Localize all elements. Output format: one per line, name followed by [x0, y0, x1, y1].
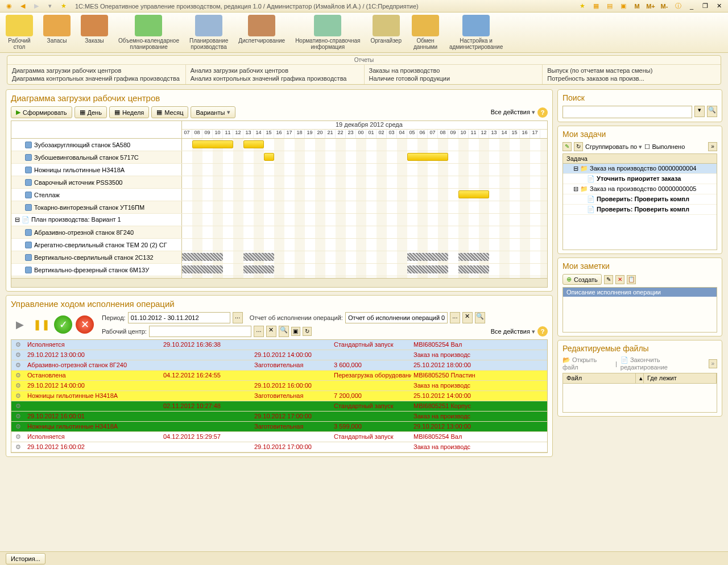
- variants-button[interactable]: Варианты: [191, 106, 235, 118]
- report-link[interactable]: Анализ контрольных значений графика прои…: [191, 74, 359, 82]
- ops-row[interactable]: ⚙29.10.2012 14:00:0029.10.2012 16:00:00З…: [11, 381, 547, 391]
- filter-icon[interactable]: ▣: [291, 327, 300, 336]
- ok-icon[interactable]: ✓: [54, 315, 72, 334]
- open-file-button[interactable]: 📂 Открыть файл: [562, 356, 612, 371]
- ribbon-item-8[interactable]: Обмен данными: [412, 15, 439, 50]
- ops-row[interactable]: ⚙Исполняется04.12.2012 15:29:57Стандартн…: [11, 432, 547, 442]
- report-link[interactable]: Потребность заказов на произв...: [547, 74, 716, 82]
- forward-icon[interactable]: ▶: [31, 1, 42, 11]
- info-icon[interactable]: ⓘ: [672, 1, 684, 11]
- close-icon[interactable]: ✕: [713, 1, 725, 11]
- day-button[interactable]: ▦ День: [75, 106, 107, 118]
- copy-note-icon[interactable]: 📋: [627, 275, 636, 284]
- history-button[interactable]: История...: [6, 553, 46, 564]
- task-row[interactable]: ⊟ 📁 Заказ на производство 00000000005: [563, 184, 717, 194]
- files-more-icon[interactable]: »: [709, 359, 717, 368]
- grid-icon[interactable]: ▦: [590, 1, 602, 11]
- ops-row[interactable]: ⚙Абразивно-отрезной станок 8Г240Заготови…: [11, 360, 547, 371]
- refresh-icon[interactable]: ↻: [303, 327, 312, 336]
- ribbon-item-7[interactable]: Органайзер: [370, 15, 402, 50]
- ribbon-item-6[interactable]: Нормативно-справочная информация: [295, 15, 360, 50]
- period-picker-button[interactable]: ...: [233, 312, 243, 323]
- star-icon[interactable]: ★: [58, 1, 69, 11]
- search-dropdown-button[interactable]: ▾: [694, 106, 705, 117]
- report-open-button[interactable]: 🔍: [475, 312, 485, 323]
- task-row[interactable]: 📄 Уточнить приоритет заказа: [563, 174, 717, 184]
- wc-picker-button[interactable]: ...: [254, 326, 264, 337]
- gantt-scrollbar[interactable]: [11, 278, 547, 287]
- gantt-row[interactable]: ⊟ 📄 План производства: Вариант 1: [11, 214, 547, 226]
- maximize-icon[interactable]: ❐: [700, 1, 711, 11]
- files-table[interactable]: Файл ▴ Где лежит: [562, 373, 717, 413]
- minimize-icon[interactable]: _: [686, 1, 697, 11]
- wc-clear-button[interactable]: ✕: [266, 326, 276, 337]
- gantt-row[interactable]: Сварочный источник PSS3500: [11, 176, 547, 189]
- report-link[interactable]: Заказы на производство: [369, 67, 538, 74]
- help-icon[interactable]: ?: [537, 107, 548, 118]
- ops-all-actions[interactable]: Все действия: [491, 328, 535, 335]
- report-input[interactable]: [345, 312, 448, 323]
- note-item[interactable]: Описание исполнения операции: [563, 288, 717, 297]
- ops-row[interactable]: ⚙Ножницы гильотинные Н3418АЗаготовительн…: [11, 391, 547, 401]
- gantt-row[interactable]: Ножницы гильотинные Н3418А: [11, 164, 547, 176]
- fav-icon[interactable]: ★: [577, 1, 588, 11]
- period-input[interactable]: [128, 312, 230, 323]
- report-link[interactable]: Наличие готовой продукции: [369, 74, 538, 82]
- play-icon[interactable]: ▶: [11, 315, 29, 334]
- delete-note-icon[interactable]: ✕: [615, 275, 624, 284]
- ops-table[interactable]: ⚙Исполняется29.10.2012 16:36:38Стандартн…: [11, 339, 548, 453]
- col-sort-icon[interactable]: ▴: [636, 373, 644, 383]
- wc-open-button[interactable]: 🔍: [279, 326, 289, 337]
- gantt-row[interactable]: Вертикально-фрезерный станок 6М13У: [11, 264, 547, 276]
- form-button[interactable]: Сформировать: [11, 106, 72, 118]
- all-actions-dropdown[interactable]: Все действия: [491, 109, 535, 116]
- gantt-row[interactable]: Абразивно-отрезной станок 8Г240: [11, 226, 547, 239]
- dropdown-icon[interactable]: ▾: [44, 1, 56, 11]
- m-button[interactable]: M: [631, 1, 643, 11]
- report-link[interactable]: Выпуск (по отчетам мастера смены): [547, 67, 716, 74]
- create-note-button[interactable]: ⊕ Создать: [562, 274, 602, 285]
- report-link[interactable]: Анализ загрузки рабочих центров: [191, 67, 359, 74]
- edit-icon[interactable]: ✎: [562, 142, 572, 151]
- more-icon[interactable]: »: [708, 142, 717, 151]
- search-button[interactable]: 🔍: [707, 106, 717, 117]
- ribbon-item-1[interactable]: Запасы: [43, 15, 71, 50]
- refresh-tasks-icon[interactable]: ↻: [574, 142, 583, 151]
- ops-row[interactable]: ⚙29.10.2012 16:00:0129.10.2012 17:00:00З…: [11, 412, 547, 422]
- ops-row[interactable]: ⚙Остановлена04.12.2012 16:24:55Перезагру…: [11, 371, 547, 381]
- gantt-row[interactable]: Зубодолбежный станок 5М14: [11, 276, 547, 278]
- calc-icon[interactable]: ▣: [618, 1, 629, 11]
- ribbon-item-3[interactable]: Объемно-календарное планирование: [118, 15, 179, 50]
- ops-row[interactable]: ⚙29.10.2012 13:00:0029.10.2012 14:00:00З…: [11, 350, 547, 360]
- gantt-row[interactable]: Токарно-винторезный станок УТ16ПМ: [11, 201, 547, 214]
- ops-help-icon[interactable]: ?: [537, 326, 548, 336]
- search-input[interactable]: [562, 106, 692, 118]
- gantt-row[interactable]: Зубозакругляющий станок 5А580: [11, 139, 547, 151]
- report-picker-button[interactable]: ...: [450, 312, 460, 323]
- wc-input[interactable]: [149, 326, 251, 337]
- gantt-row[interactable]: Зубошевинговальный станок 5717С: [11, 151, 547, 164]
- task-row[interactable]: ⊟ 📁 Заказ на производство 00000000004: [563, 164, 717, 174]
- gantt-row[interactable]: Вертикально-сверлильный станок 2С132: [11, 251, 547, 264]
- ops-row[interactable]: ⚙Ножницы гильотинные Н3418АЗаготовительн…: [11, 422, 547, 432]
- report-link[interactable]: Диаграмма контрольных значений графика п…: [12, 74, 181, 82]
- gantt-row[interactable]: Агрегатно-сверлильный станок ТЕМ 20 (2) …: [11, 239, 547, 251]
- week-button[interactable]: ▦ Неделя: [109, 106, 149, 118]
- month-button[interactable]: ▦ Месяц: [151, 106, 188, 118]
- task-row[interactable]: 📄 Проверить: Проверить компл: [563, 205, 717, 215]
- back-icon[interactable]: ◀: [17, 1, 28, 11]
- ribbon-item-4[interactable]: Планирование производства: [189, 15, 228, 50]
- ops-row[interactable]: ⚙29.10.2012 16:00:0229.10.2012 17:00:00З…: [11, 442, 547, 452]
- m-plus-button[interactable]: M+: [645, 1, 656, 11]
- list-icon[interactable]: ▤: [604, 1, 615, 11]
- report-clear-button[interactable]: ✕: [462, 312, 473, 323]
- ribbon-item-9[interactable]: Настройка и администрирование: [449, 15, 503, 50]
- ops-row[interactable]: ⚙02.11.2012 10:27:48Стандартный запускMB…: [11, 401, 547, 412]
- gantt-row[interactable]: Стеллаж: [11, 189, 547, 201]
- group-by-dropdown[interactable]: Сгруппировать по: [585, 143, 642, 151]
- ops-row[interactable]: ⚙Исполняется29.10.2012 16:36:38Стандартн…: [11, 340, 547, 350]
- pause-icon[interactable]: ❚❚: [32, 315, 51, 334]
- task-row[interactable]: 📄 Проверить: Проверить компл: [563, 194, 717, 205]
- m-minus-button[interactable]: M-: [659, 1, 670, 11]
- edit-note-icon[interactable]: ✎: [604, 275, 613, 284]
